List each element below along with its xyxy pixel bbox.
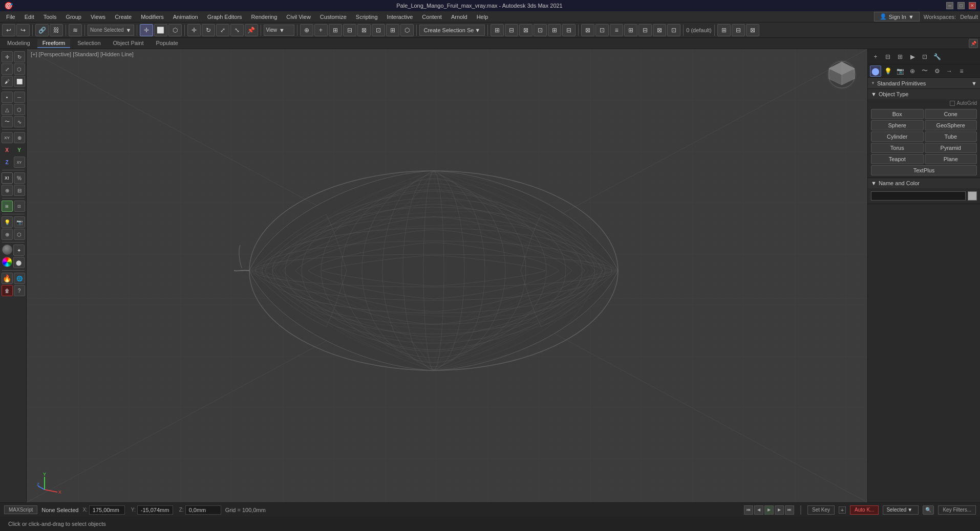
menu-customize[interactable]: Customize <box>316 13 351 21</box>
pivot-button[interactable]: ⊕ <box>300 24 313 36</box>
toggle-1-button[interactable]: ⊕ <box>2 185 13 196</box>
prim-tube-button[interactable]: Tube <box>925 131 977 142</box>
menu-interactive[interactable]: Interactive <box>383 13 417 21</box>
autogrid-checkbox[interactable] <box>950 101 955 106</box>
select-scale-button[interactable]: ⤢ <box>216 24 229 36</box>
polygon-button[interactable]: ⬡ <box>14 104 25 115</box>
next-frame-button[interactable]: ▶ <box>775 505 784 515</box>
snap-2-button[interactable]: ⊡ <box>14 201 25 212</box>
z-value[interactable]: 0,0mm <box>185 505 221 515</box>
extra-4-button[interactable]: ⊞ <box>624 24 637 36</box>
menu-rendering[interactable]: Rendering <box>247 13 282 21</box>
select-link-button[interactable]: 🔗 <box>35 24 49 36</box>
toggle-2-button[interactable]: ⊟ <box>14 185 25 196</box>
select-scale-2-button[interactable]: ⤡ <box>230 24 244 36</box>
prim-cylinder-button[interactable]: Cylinder <box>871 131 924 142</box>
tab-freeform[interactable]: Freeform <box>37 39 71 48</box>
extra-3-button[interactable]: ≡ <box>610 24 623 36</box>
prim-sphere-button[interactable]: Sphere <box>871 120 924 130</box>
first-frame-button[interactable]: ⏮ <box>744 505 753 515</box>
axis-button[interactable]: ⊕ <box>14 132 25 143</box>
place-button[interactable]: 📌 <box>245 24 258 36</box>
panel-space-warp-icon[interactable]: 〜 <box>919 65 930 77</box>
minimize-button[interactable]: ─ <box>946 2 953 9</box>
panel-light-icon[interactable]: 💡 <box>882 65 893 77</box>
select-move-button[interactable]: ✛ <box>187 24 201 36</box>
redo-button[interactable]: ↪ <box>16 24 30 36</box>
timeline-area[interactable] <box>800 505 801 515</box>
vertex-button[interactable]: • <box>2 92 13 103</box>
menu-scripting[interactable]: Scripting <box>352 13 382 21</box>
render-btn-3[interactable]: ⊠ <box>746 24 759 36</box>
help-button[interactable]: ? <box>14 285 25 296</box>
bind-spacewarp-button[interactable]: ≋ <box>69 24 82 36</box>
viewport[interactable]: [+] [Perspective] [Standard] [Hidden Lin… <box>27 49 867 502</box>
object-color-swatch[interactable] <box>968 191 977 201</box>
panel-tab-display[interactable]: ⊡ <box>919 51 930 62</box>
select-rotate-button[interactable]: ↻ <box>202 24 215 36</box>
normal-button[interactable]: ⊞ <box>386 24 399 36</box>
menu-modifiers[interactable]: Modifiers <box>137 13 168 21</box>
menu-civil-view[interactable]: Civil View <box>282 13 314 21</box>
auto-key-button[interactable]: Auto K... <box>850 505 879 515</box>
prim-plane-button[interactable]: Plane <box>925 154 977 164</box>
tab-selection[interactable]: Selection <box>72 39 105 48</box>
edge-button[interactable]: ─ <box>14 92 25 103</box>
xy-plane-button[interactable]: XY <box>2 132 13 143</box>
panel-tab-hierarchy[interactable]: ⊞ <box>894 51 906 62</box>
delete-button[interactable]: 🗑 <box>2 285 13 296</box>
select-object-button[interactable]: ✛ <box>140 24 153 36</box>
panel-tab-modify[interactable]: ⊟ <box>882 51 893 62</box>
last-frame-button[interactable]: ⏭ <box>785 505 794 515</box>
undo-button[interactable]: ↩ <box>2 24 15 36</box>
menu-edit[interactable]: Edit <box>20 13 38 21</box>
panel-helper-icon[interactable]: ⊕ <box>907 65 918 77</box>
pin-button[interactable]: 📌 <box>969 39 978 48</box>
prim-torus-button[interactable]: Torus <box>871 143 924 153</box>
prim-textplus-button[interactable]: TextPlus <box>871 165 977 175</box>
menu-content[interactable]: Content <box>418 13 446 21</box>
material-button[interactable]: ⬡ <box>400 24 414 36</box>
key-filters-button[interactable]: Key Filters... <box>938 505 976 515</box>
view-dropdown[interactable]: View ▼ <box>264 25 294 36</box>
menu-file[interactable]: File <box>2 13 19 21</box>
extra-5-button[interactable]: ⊟ <box>638 24 652 36</box>
shape-button[interactable]: ⬡ <box>14 229 25 240</box>
name-color-header[interactable]: ▼ Name and Color <box>868 178 980 188</box>
schematic-button[interactable]: ⊞ <box>491 24 504 36</box>
prim-geosphere-button[interactable]: GeoSphere <box>925 120 977 130</box>
paint-tool-button[interactable]: 🖌 <box>2 76 13 87</box>
select-region-2-button[interactable]: ⬡ <box>168 24 182 36</box>
menu-animation[interactable]: Animation <box>169 13 202 21</box>
prev-frame-button[interactable]: ◀ <box>754 505 763 515</box>
maximize-button[interactable]: □ <box>957 2 965 9</box>
extra-2-button[interactable]: ⊡ <box>595 24 609 36</box>
panel-cam-icon[interactable]: 📷 <box>894 65 906 77</box>
extra-7-button[interactable]: ⊡ <box>667 24 680 36</box>
scale-tool-button[interactable]: ⤢ <box>2 63 13 75</box>
env-button[interactable]: 🌐 <box>14 273 25 284</box>
tab-populate[interactable]: Populate <box>151 39 183 48</box>
color-button[interactable] <box>2 257 12 267</box>
render-view-button[interactable]: ⊟ <box>562 24 576 36</box>
spline-button[interactable]: 〜 <box>2 116 13 127</box>
create-selection-button[interactable]: Create Selection Se ▼ <box>419 25 485 36</box>
render-btn-1[interactable]: ⊞ <box>717 24 731 36</box>
menu-create[interactable]: Create <box>111 13 136 21</box>
menu-graph-editors[interactable]: Graph Editors <box>203 13 246 21</box>
cam-button[interactable]: 📷 <box>14 216 25 228</box>
quick-render-button[interactable]: ⊞ <box>548 24 561 36</box>
set-key-button[interactable]: Set Key <box>807 505 835 515</box>
panel-system-icon[interactable]: ⚙ <box>931 65 943 77</box>
extra-1-button[interactable]: ⊠ <box>581 24 594 36</box>
render-btn-2[interactable]: ⊟ <box>732 24 745 36</box>
media-button[interactable]: ⊡ <box>534 24 547 36</box>
panel-sphere-icon[interactable]: ⬤ <box>870 65 881 77</box>
toggle-scene-button[interactable]: ⊠ <box>357 24 371 36</box>
material-lib-button[interactable]: ⬤ <box>13 257 25 268</box>
mirror-button[interactable]: ⊞ <box>329 24 342 36</box>
maxscript-tab[interactable]: MAXScript <box>4 505 37 514</box>
tab-modeling[interactable]: Modeling <box>2 39 35 48</box>
unlink-button[interactable]: ⛓ <box>50 24 63 36</box>
face-button[interactable]: △ <box>2 104 13 115</box>
